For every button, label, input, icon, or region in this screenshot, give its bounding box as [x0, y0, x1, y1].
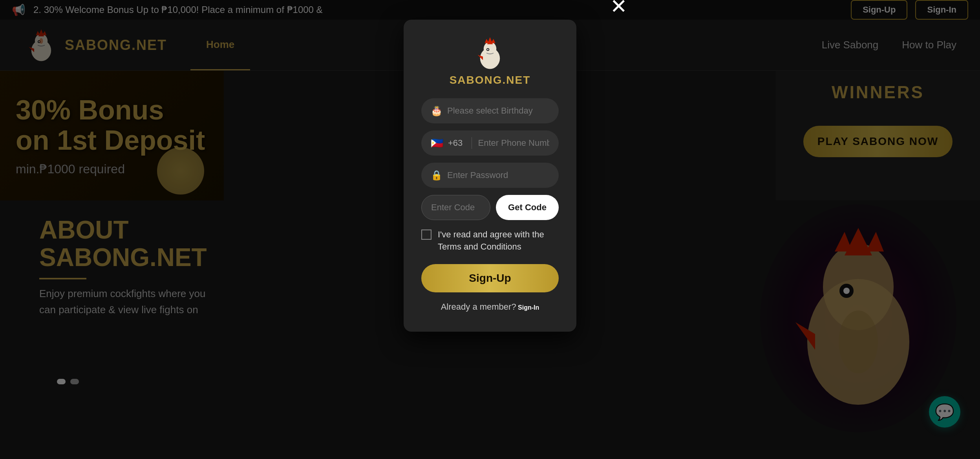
phone-input[interactable]: [478, 138, 549, 148]
modal-brand-text: SABONG.NET: [450, 74, 531, 86]
svg-marker-20: [487, 37, 493, 44]
code-row: Get Code: [421, 195, 559, 220]
phone-divider: [472, 137, 472, 149]
modal-close-button[interactable]: ✕: [610, 0, 627, 17]
terms-checkbox[interactable]: [421, 230, 431, 240]
password-input[interactable]: [447, 170, 549, 180]
modal-rooster-icon: [472, 35, 508, 71]
password-icon: 🔒: [431, 170, 442, 181]
terms-text: I've read and agree with the Terms and C…: [438, 229, 559, 253]
signin-already-text: Already a member?: [441, 302, 516, 312]
password-field[interactable]: 🔒: [421, 163, 559, 188]
svg-point-24: [487, 49, 489, 50]
signup-modal: ✕ SABONG.NET 🎂 🇵🇭 +63: [404, 20, 576, 332]
phone-field[interactable]: 🇵🇭 +63: [421, 130, 559, 156]
terms-row: I've read and agree with the Terms and C…: [421, 229, 559, 253]
phone-code: +63: [448, 138, 465, 148]
code-input[interactable]: [431, 202, 481, 213]
signup-button[interactable]: Sign-Up: [421, 264, 559, 292]
signin-link[interactable]: Sign-In: [518, 304, 539, 311]
birthday-icon: 🎂: [431, 105, 442, 116]
birthday-field[interactable]: 🎂: [421, 98, 559, 123]
modal-overlay: ✕ SABONG.NET 🎂 🇵🇭 +63: [0, 0, 980, 459]
birthday-input[interactable]: [447, 106, 549, 116]
get-code-button[interactable]: Get Code: [496, 195, 559, 220]
modal-logo: SABONG.NET: [450, 35, 531, 86]
signin-prompt: Already a member? Sign-In: [441, 302, 539, 312]
ph-flag-icon: 🇵🇭: [431, 137, 444, 149]
code-input-wrap[interactable]: [421, 195, 490, 220]
